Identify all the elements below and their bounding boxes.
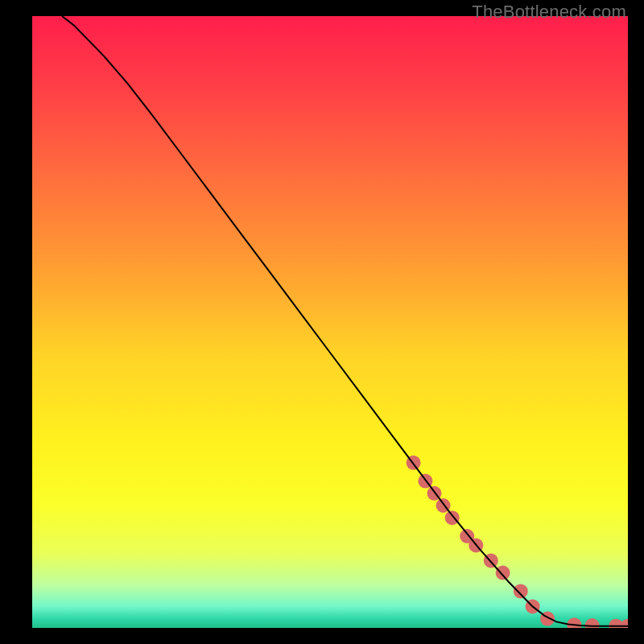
plot-area: [32, 16, 628, 628]
chart-marker: [514, 584, 528, 598]
chart-background: [32, 16, 628, 628]
watermark-text: TheBottleneck.com: [472, 2, 626, 23]
chart-marker: [496, 566, 510, 580]
chart-svg: [32, 16, 628, 628]
chart-frame: TheBottleneck.com: [0, 0, 644, 644]
